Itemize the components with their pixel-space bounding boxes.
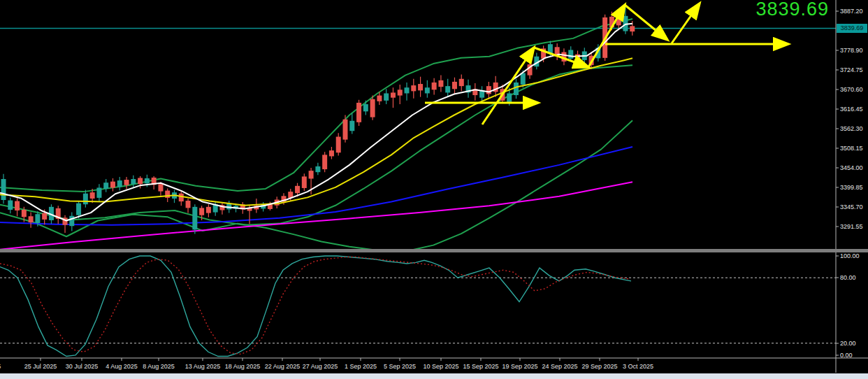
candle: [124, 177, 129, 190]
time-axis-label: 24 Sep 2025: [542, 363, 577, 370]
price-axis-label: 3616.45: [840, 106, 863, 113]
time-axis-label: 27 Aug 2025: [303, 363, 338, 370]
candle: [213, 201, 218, 216]
candle: [103, 179, 108, 192]
time-axis-label: 25 Jul 2025: [24, 363, 57, 370]
current-price-display: 3839.69: [755, 0, 829, 20]
candle: [302, 173, 307, 191]
candle: [254, 199, 259, 213]
indicator-axis-label: 0.00: [840, 352, 853, 359]
candle: [315, 163, 320, 176]
time-axis-label: 18 Aug 2025: [225, 363, 261, 370]
candle: [363, 101, 368, 115]
time-axis-label: 8 Aug 2025: [143, 363, 175, 370]
candle: [425, 80, 430, 98]
candle: [343, 115, 348, 143]
candle: [219, 203, 224, 215]
candle: [370, 96, 375, 120]
axes-layer[interactable]: 3887.203778.903724.753670.603616.453562.…: [0, 0, 868, 373]
candle: [438, 76, 443, 92]
candle: [418, 77, 423, 97]
price-axis-label: 3345.70: [840, 203, 863, 210]
time-axis-label: 30 Jul 2025: [66, 363, 99, 370]
price-axis-label: 3724.75: [840, 66, 863, 73]
candle: [356, 100, 361, 126]
candle: [472, 83, 477, 101]
price-axis-tag: 3839.69: [837, 24, 867, 33]
candle: [131, 176, 136, 188]
price-axis-label: 3454.00: [840, 164, 863, 171]
stoch-d-line: [0, 257, 629, 355]
candles-layer: [1, 6, 635, 234]
candle: [110, 178, 115, 192]
candle: [96, 184, 101, 201]
stoch-k-line: [0, 256, 631, 357]
trend-arrow[interactable]: [672, 3, 700, 43]
candle: [486, 82, 491, 99]
time-axis-label: 10 Sep 2025: [423, 363, 458, 370]
candle: [15, 198, 20, 216]
candle: [56, 206, 61, 224]
candle: [459, 75, 464, 92]
price-axis-label: 3778.90: [840, 47, 863, 54]
candle: [186, 199, 191, 213]
candle: [466, 80, 471, 98]
candle: [206, 204, 211, 217]
candle: [493, 76, 498, 97]
price-axis-label: 3399.85: [840, 184, 863, 191]
candle: [349, 113, 354, 134]
indicator-axis-label: 20.00: [840, 340, 856, 347]
window-bottom-strip: [0, 373, 868, 379]
candle: [384, 89, 389, 104]
trading-chart-window: 3887.203778.903724.753670.603616.453562.…: [0, 0, 868, 379]
candle: [479, 86, 484, 102]
candle: [322, 152, 327, 172]
indicator-axis-label: 80.00: [840, 274, 856, 281]
candle: [69, 213, 74, 231]
candle: [192, 204, 197, 234]
candle: [445, 79, 450, 97]
time-axis-label: 22 Aug 2025: [265, 363, 301, 370]
time-axis-label: 5 Sep 2025: [384, 363, 416, 370]
candle: [432, 78, 437, 95]
candle: [117, 177, 122, 191]
candle: [172, 190, 177, 203]
overlay-magenta-ma: [0, 182, 632, 250]
candle: [391, 87, 396, 108]
time-axis-label: 19 Sep 2025: [502, 363, 537, 370]
overlay-green-upper-band: [0, 19, 632, 192]
ma-lines-layer: [0, 24, 632, 221]
time-axis-label: 29 Sep 2025: [581, 363, 617, 370]
candle: [411, 79, 416, 99]
price-axis-label: 3887.20: [840, 8, 863, 15]
time-axis-label: 15 Sep 2025: [463, 363, 498, 370]
price-axis-label: 3291.55: [840, 223, 863, 230]
panel-separator[interactable]: [0, 249, 868, 252]
candle: [452, 78, 457, 94]
time-axis-label: 21 Jul 2025: [0, 363, 1, 370]
candle: [8, 197, 13, 213]
price-axis-label: 3562.30: [840, 125, 863, 132]
overlay-white-ma: [0, 24, 632, 221]
candle: [152, 176, 157, 190]
stochastic-panel[interactable]: [0, 256, 836, 357]
time-axis-label: 13 Aug 2025: [185, 363, 221, 370]
overlay-yellow-ma: [0, 58, 632, 205]
price-axis-label: 3670.60: [840, 86, 863, 93]
candle: [514, 79, 519, 99]
candle: [623, 6, 628, 34]
candle: [63, 215, 68, 233]
candle: [405, 83, 410, 101]
trend-arrow[interactable]: [625, 5, 667, 40]
candle: [179, 192, 184, 206]
candle: [1, 174, 6, 203]
chart-canvas[interactable]: 3887.203778.903724.753670.603616.453562.…: [0, 0, 868, 379]
indicator-axis-label: 100.00: [840, 252, 860, 259]
trend-arrow[interactable]: [482, 48, 534, 124]
candle: [329, 147, 334, 159]
time-axis-label: 1 Sep 2025: [345, 363, 377, 370]
candle: [336, 133, 341, 155]
candle: [528, 61, 533, 79]
time-axis-label: 3 Oct 2025: [623, 363, 653, 370]
candle: [398, 85, 403, 104]
